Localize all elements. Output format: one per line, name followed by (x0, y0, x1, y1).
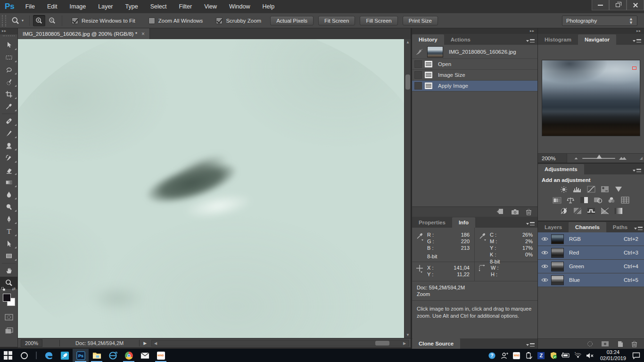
history-state-open[interactable]: Open (412, 59, 537, 70)
panel-menu-icon[interactable] (633, 39, 641, 42)
zoom-out-mode-button[interactable] (46, 15, 58, 26)
tray-help-button[interactable]: ? (486, 349, 498, 362)
navigator-zoom-slider[interactable] (582, 158, 615, 159)
save-selection-as-channel-icon[interactable] (601, 341, 609, 347)
tool-crop[interactable] (0, 88, 18, 100)
tool-hand[interactable] (0, 264, 18, 277)
visibility-toggle[interactable] (538, 264, 551, 269)
menu-type[interactable]: Type (119, 0, 144, 13)
tool-pen[interactable] (0, 213, 18, 225)
visibility-toggle[interactable] (538, 278, 551, 282)
navigator-view-box[interactable] (632, 66, 636, 70)
tray-usb-button[interactable] (523, 349, 535, 362)
menu-layer[interactable]: Layer (92, 0, 119, 13)
dock-collapse-button[interactable]: ▸▸ (412, 28, 537, 34)
tray-people-button[interactable] (498, 349, 511, 362)
scroll-down-icon[interactable]: ▼ (405, 333, 411, 337)
curves-button[interactable] (586, 185, 596, 193)
tray-wind-button[interactable]: WIND (511, 349, 523, 362)
menu-select[interactable]: Select (144, 0, 173, 13)
tool-spot-healing-brush[interactable] (0, 115, 18, 127)
resize-windows-option[interactable]: Resize Windows to Fit (72, 17, 135, 24)
history-state-image-size[interactable]: Image Size (412, 70, 537, 81)
scroll-up-icon[interactable]: ▲ (405, 40, 411, 44)
tray-volume-button[interactable] (584, 349, 596, 362)
vertical-scrollbar-thumb[interactable] (405, 74, 410, 90)
threshold-button[interactable] (586, 207, 596, 215)
load-selection-icon[interactable] (586, 341, 594, 347)
tool-rectangle-shape[interactable] (0, 250, 18, 262)
action-center-button[interactable] (630, 349, 642, 362)
scroll-left-icon[interactable]: ◀ (152, 341, 159, 346)
channel-row-rgb[interactable]: RGB Ctrl+2 (538, 232, 644, 246)
navigator-preview-image[interactable] (542, 60, 640, 136)
dock-collapse-button[interactable]: ▸▸ (538, 28, 644, 34)
history-state-apply-image[interactable]: Apply Image (412, 81, 537, 91)
tab-layers[interactable]: Layers (538, 222, 569, 232)
tool-history-brush[interactable] (0, 152, 18, 164)
default-colors-icon[interactable] (1, 287, 6, 291)
panel-menu-icon[interactable] (526, 222, 535, 225)
channel-row-blue[interactable]: Blue Ctrl+5 (538, 273, 644, 287)
tool-quick-selection[interactable] (0, 76, 18, 88)
scroll-right-icon[interactable]: ▶ (401, 341, 408, 346)
new-document-from-state-icon[interactable] (496, 208, 504, 215)
menu-image[interactable]: Image (64, 0, 92, 13)
delete-trash-icon[interactable] (631, 341, 637, 347)
gradient-map-button[interactable] (613, 207, 624, 215)
tool-gradient[interactable] (0, 176, 18, 189)
tray-zonealarm-button[interactable]: Z (535, 349, 547, 362)
channel-thumbnail[interactable] (551, 262, 564, 272)
tool-move[interactable] (0, 39, 18, 51)
tool-type[interactable]: T (0, 225, 18, 238)
status-zoom-field[interactable]: 200% (21, 339, 42, 347)
scrubby-zoom-checkbox[interactable] (216, 17, 223, 24)
tab-clone-source[interactable]: Clone Source (412, 338, 460, 349)
taskbar-mail[interactable] (137, 349, 153, 362)
options-bar-grip[interactable] (2, 15, 6, 26)
channel-thumbnail[interactable] (551, 234, 564, 244)
channel-row-green[interactable]: Green Ctrl+4 (538, 260, 644, 273)
taskbar-clock[interactable]: 03:24 02/01/2019 (596, 349, 630, 362)
tray-network-button[interactable]: * (572, 349, 584, 362)
swap-colors-icon[interactable]: ⇄ (12, 287, 16, 291)
tool-rectangular-marquee[interactable] (0, 51, 18, 64)
zoom-in-triangles-icon[interactable] (619, 157, 627, 160)
menu-help[interactable]: Help (256, 0, 281, 13)
posterize-button[interactable] (572, 207, 583, 215)
canvas[interactable] (18, 39, 404, 338)
tool-brush[interactable] (0, 127, 18, 140)
panel-menu-icon[interactable] (634, 227, 643, 230)
tab-histogram[interactable]: Histogram (538, 34, 578, 45)
history-snapshot-row[interactable]: IMG_20180805_160626.jpg (412, 45, 537, 59)
channel-row-red[interactable]: Red Ctrl+3 (538, 246, 644, 260)
navigator-zoom-field[interactable]: 200% (538, 154, 567, 163)
foreground-color-swatch[interactable] (3, 294, 11, 302)
taskbar-rocket-app[interactable] (57, 349, 73, 362)
close-button[interactable] (627, 0, 644, 10)
document-tab[interactable]: IMG_20180805_160626.jpg @ 200% (RGB/8) *… (18, 28, 150, 39)
tab-close-icon[interactable]: × (141, 31, 145, 37)
taskbar-chrome[interactable] (121, 349, 137, 362)
toolbar-grip[interactable] (3, 35, 15, 38)
fill-screen-button[interactable]: Fill Screen (360, 16, 397, 25)
fit-screen-button[interactable]: Fit Screen (318, 16, 355, 25)
current-tool-badge[interactable]: ▾ (8, 16, 26, 25)
channel-thumbnail[interactable] (551, 275, 564, 285)
print-size-button[interactable]: Print Size (403, 16, 438, 25)
taskbar-edge[interactable] (41, 349, 57, 362)
zoom-all-windows-option[interactable]: Zoom All Windows (149, 17, 203, 24)
tool-lasso[interactable] (0, 64, 18, 76)
channel-mixer-button[interactable] (606, 196, 617, 204)
new-snapshot-camera-icon[interactable] (511, 209, 519, 215)
menu-window[interactable]: Window (223, 0, 256, 13)
invert-button[interactable] (559, 207, 569, 215)
menu-filter[interactable]: Filter (173, 0, 198, 13)
tab-actions[interactable]: Actions (444, 34, 477, 45)
tab-info[interactable]: Info (452, 217, 475, 228)
navigator-zoom-slider-thumb[interactable] (596, 155, 602, 159)
actual-pixels-button[interactable]: Actual Pixels (270, 16, 314, 25)
screen-mode-button[interactable] (0, 325, 18, 336)
visibility-toggle[interactable] (538, 237, 551, 241)
tab-history[interactable]: History (412, 34, 444, 45)
